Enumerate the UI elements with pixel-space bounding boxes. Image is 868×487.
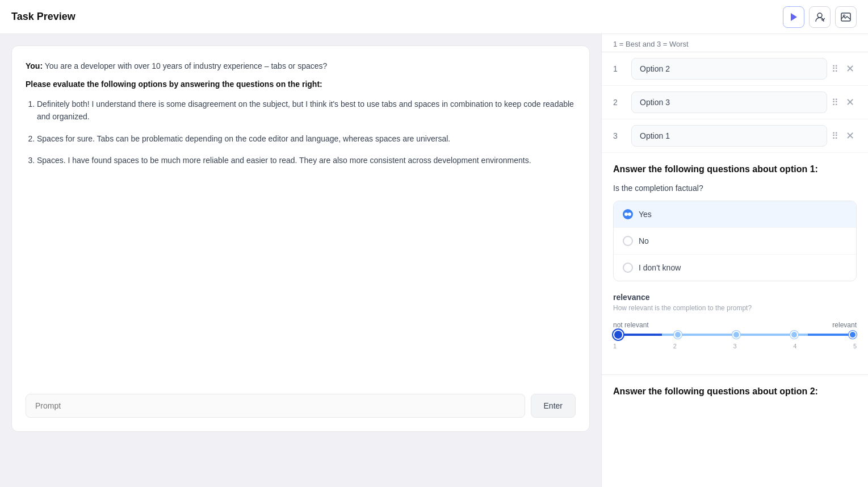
chat-message: You: You are a developer with over 10 ye… <box>26 60 576 167</box>
rank-item-2: 2 Option 3 ⠿ ✕ <box>602 86 868 119</box>
not-relevant-label: not relevant <box>613 321 649 329</box>
tick-5: 5 <box>853 343 857 349</box>
radio-no-label: No <box>639 236 649 245</box>
chat-content: You: You are a developer with over 10 ye… <box>26 60 576 377</box>
radio-circle-idk <box>623 263 633 273</box>
drag-icon-1[interactable]: ⠿ <box>832 64 838 74</box>
remove-btn-1[interactable]: ✕ <box>843 62 857 76</box>
chat-box: You: You are a developer with over 10 ye… <box>11 45 590 432</box>
remove-btn-2[interactable]: ✕ <box>843 95 857 109</box>
radio-circle-no <box>623 236 633 246</box>
relevance-subtitle: How relevant is the completion to the pr… <box>613 304 857 312</box>
play-button[interactable] <box>783 6 804 28</box>
chat-option-2: Spaces for sure. Tabs can be problematic… <box>37 132 576 145</box>
header-actions <box>783 6 857 28</box>
prompt-input[interactable] <box>26 394 525 418</box>
chat-question: You are a developer with over 10 years o… <box>45 61 328 70</box>
rank-option-box-1: Option 2 <box>631 58 827 80</box>
play-icon <box>790 13 798 22</box>
left-panel: You: You are a developer with over 10 ye… <box>0 34 601 487</box>
rank-option-box-3: Option 1 <box>631 125 827 147</box>
rank-actions-3: ⠿ ✕ <box>832 129 857 143</box>
slider-labels: not relevant relevant <box>613 321 857 329</box>
questions-section: Answer the following questions about opt… <box>602 153 868 374</box>
radio-idk-label: I don't know <box>639 263 681 272</box>
slider-track-wrapper <box>613 334 857 336</box>
rank-num-1: 1 <box>613 64 627 73</box>
you-label: You: <box>26 61 43 70</box>
radio-yes[interactable]: Yes <box>614 201 856 228</box>
question-header-1: Answer the following questions about opt… <box>613 164 857 174</box>
svg-point-1 <box>817 13 822 18</box>
chat-options-list: Definitely both! I understand there is s… <box>26 98 576 167</box>
enter-button[interactable]: Enter <box>531 394 576 418</box>
tick-3: 3 <box>733 343 736 349</box>
remove-btn-3[interactable]: ✕ <box>843 129 857 143</box>
factual-radio-group: Yes No I don't know <box>613 201 857 281</box>
relevance-title: relevance <box>613 293 857 302</box>
chat-option-1: Definitely both! I understand there is s… <box>37 98 576 123</box>
drag-icon-3[interactable]: ⠿ <box>832 131 838 141</box>
prompt-area: Enter <box>26 388 576 418</box>
tick-1: 1 <box>613 343 617 349</box>
tick-2: 2 <box>673 343 677 349</box>
slider-track <box>613 334 857 336</box>
page-title: Task Preview <box>11 11 76 23</box>
rank-item-1: 1 Option 2 ⠿ ✕ <box>602 52 868 86</box>
question-header-2: Answer the following questions about opt… <box>602 374 868 402</box>
radio-circle-yes <box>623 209 633 219</box>
drag-icon-2[interactable]: ⠿ <box>832 97 838 108</box>
radio-no[interactable]: No <box>614 228 856 255</box>
rank-num-2: 2 <box>613 98 627 107</box>
image-button[interactable] <box>835 6 857 28</box>
rank-actions-1: ⠿ ✕ <box>832 62 857 76</box>
rank-actions-2: ⠿ ✕ <box>832 95 857 109</box>
radio-yes-label: Yes <box>639 210 652 219</box>
chat-option-3: Spaces. I have found spaces to be much m… <box>37 154 576 167</box>
image-icon <box>841 13 851 22</box>
rank-num-3: 3 <box>613 131 627 140</box>
svg-marker-0 <box>791 13 797 21</box>
user-icon <box>815 12 825 22</box>
slider-ticks: 1 2 3 4 5 <box>613 340 857 352</box>
ranking-header: 1 = Best and 3 = Worst <box>602 34 868 52</box>
rank-option-box-2: Option 3 <box>631 91 827 113</box>
chat-instruction: Please evaluate the following options by… <box>26 78 576 90</box>
right-panel: 1 = Best and 3 = Worst 1 Option 2 ⠿ ✕ 2 … <box>601 34 868 487</box>
app-header: Task Preview <box>0 0 868 34</box>
rank-item-3: 3 Option 1 ⠿ ✕ <box>602 119 868 153</box>
user-button[interactable] <box>809 6 831 28</box>
factual-label: Is the completion factual? <box>613 184 857 193</box>
tick-4: 4 <box>793 343 796 349</box>
relevant-label: relevant <box>832 321 857 329</box>
main-content: You: You are a developer with over 10 ye… <box>0 34 868 487</box>
radio-idk[interactable]: I don't know <box>614 255 856 281</box>
relevance-section: relevance How relevant is the completion… <box>613 293 857 352</box>
